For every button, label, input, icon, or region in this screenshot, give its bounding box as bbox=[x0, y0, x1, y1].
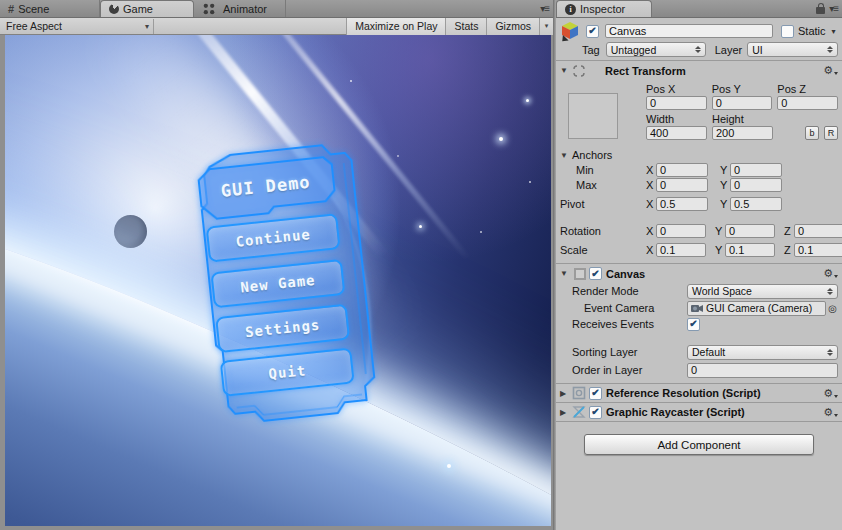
event-camera-label: Event Camera bbox=[560, 302, 687, 314]
gameobject-header-row: ✔ Canvas Static ▾ bbox=[556, 20, 842, 42]
rect-transform-header[interactable]: ▼ Rect Transform ⚙ bbox=[556, 61, 842, 80]
tab-animator-label: Animator bbox=[223, 3, 267, 15]
layer-value: UI bbox=[752, 44, 763, 56]
anchor-min-x-field[interactable]: 0 bbox=[656, 163, 708, 177]
pivot-x-field[interactable]: 0.5 bbox=[656, 197, 708, 211]
unity-editor-window: # Scene Game Animator ▾≡ Free Aspect bbox=[0, 0, 842, 530]
render-mode-dropdown[interactable]: World Space bbox=[687, 284, 838, 299]
tab-inspector[interactable]: i Inspector bbox=[556, 0, 652, 17]
event-camera-value: GUI Camera (Camera) bbox=[706, 302, 812, 314]
y-axis-label: Y bbox=[720, 198, 730, 210]
pivot-y-field[interactable]: 0.5 bbox=[730, 197, 782, 211]
layer-label: Layer bbox=[715, 44, 743, 56]
sorting-layer-dropdown[interactable]: Default bbox=[687, 345, 838, 360]
gear-menu-icon[interactable]: ⚙ bbox=[823, 268, 838, 279]
raw-edit-mode-button[interactable]: R bbox=[824, 126, 838, 140]
game-icon bbox=[109, 4, 119, 14]
gui-demo-menu: GUI Demo Continue New Game Settings Quit bbox=[171, 129, 396, 440]
rotation-z-field[interactable]: 0 bbox=[794, 224, 842, 238]
width-label: Width bbox=[646, 113, 707, 125]
tab-scene[interactable]: # Scene bbox=[0, 0, 100, 17]
height-field[interactable]: 200 bbox=[712, 126, 773, 140]
star bbox=[447, 464, 451, 468]
gear-menu-icon[interactable]: ⚙ bbox=[823, 388, 838, 399]
foldout-open-icon[interactable]: ▼ bbox=[560, 269, 572, 278]
reference-resolution-header[interactable]: ▶ ✔ Reference Resolution (Script) ⚙ bbox=[556, 384, 842, 402]
static-dropdown-caret-icon[interactable]: ▾ bbox=[832, 27, 836, 36]
scale-z-field[interactable]: 0.1 bbox=[794, 243, 842, 257]
z-axis-label: Z bbox=[784, 244, 794, 256]
gameobject-icon-button[interactable] bbox=[560, 20, 584, 42]
scale-x-field[interactable]: 0.1 bbox=[656, 243, 706, 257]
z-axis-label: Z bbox=[784, 225, 794, 237]
pos-y-field[interactable]: 0 bbox=[712, 96, 773, 110]
static-checkbox[interactable] bbox=[781, 25, 794, 38]
name-field[interactable]: Canvas bbox=[605, 24, 773, 38]
render-mode-value: World Space bbox=[692, 285, 752, 297]
anchors-foldout-row[interactable]: ▼ Anchors bbox=[556, 148, 842, 162]
add-component-button[interactable]: Add Component bbox=[584, 434, 814, 455]
blueprint-mode-button[interactable]: b bbox=[805, 126, 819, 140]
event-camera-object-field[interactable]: GUI Camera (Camera) bbox=[687, 301, 826, 316]
inspector-panel-menu-icon[interactable]: ▾≡ bbox=[829, 3, 838, 14]
anchor-preview-box[interactable] bbox=[568, 93, 618, 139]
object-picker-icon[interactable]: ◎ bbox=[827, 303, 838, 314]
anchor-max-x-field[interactable]: 0 bbox=[656, 178, 708, 192]
inspector-content: ✔ Canvas Static ▾ Tag Untagged Layer UI bbox=[556, 18, 842, 530]
active-checkbox[interactable]: ✔ bbox=[586, 25, 599, 38]
graphic-raycaster-icon bbox=[572, 405, 586, 419]
component-enabled-checkbox[interactable]: ✔ bbox=[589, 406, 602, 419]
gear-menu-icon[interactable]: ⚙ bbox=[823, 407, 838, 418]
rotation-row: Rotation X 0 Y 0 Z 0 bbox=[556, 223, 842, 238]
tab-animator[interactable]: Animator bbox=[194, 0, 286, 17]
rotation-x-field[interactable]: 0 bbox=[656, 224, 706, 238]
canvas-component-icon bbox=[574, 268, 586, 280]
foldout-open-icon[interactable]: ▼ bbox=[560, 66, 572, 75]
pos-x-field[interactable]: 0 bbox=[646, 96, 707, 110]
receives-events-row: Receives Events ✔ bbox=[556, 316, 842, 332]
lock-icon[interactable] bbox=[816, 7, 825, 14]
foldout-closed-icon[interactable]: ▶ bbox=[560, 408, 572, 417]
aspect-ratio-dropdown[interactable]: Free Aspect ▾ bbox=[2, 19, 154, 34]
width-field[interactable]: 400 bbox=[646, 126, 707, 140]
anchor-max-y-field[interactable]: 0 bbox=[730, 178, 782, 192]
gear-menu-icon[interactable]: ⚙ bbox=[823, 65, 838, 76]
rect-transform-anchor-icon bbox=[572, 64, 586, 78]
star bbox=[529, 181, 531, 183]
gizmos-button[interactable]: Gizmos bbox=[486, 18, 539, 35]
game-viewport[interactable]: GUI Demo Continue New Game Settings Quit bbox=[5, 35, 551, 526]
graphic-raycaster-header[interactable]: ▶ ✔ Graphic Raycaster (Script) ⚙ bbox=[556, 403, 842, 421]
canvas-component-header[interactable]: ▼ ✔ Canvas ⚙ bbox=[556, 264, 842, 283]
tag-dropdown[interactable]: Untagged bbox=[606, 42, 706, 57]
separator bbox=[556, 421, 842, 422]
scene-grid-icon: # bbox=[8, 3, 14, 15]
static-label: Static bbox=[798, 25, 826, 37]
canvas-enabled-checkbox[interactable]: ✔ bbox=[589, 267, 602, 280]
receives-events-checkbox[interactable]: ✔ bbox=[687, 318, 700, 331]
anchor-min-y-field[interactable]: 0 bbox=[730, 163, 782, 177]
component-enabled-checkbox[interactable]: ✔ bbox=[589, 387, 602, 400]
gizmos-dropdown-caret-icon[interactable]: ▾ bbox=[539, 18, 553, 35]
min-label: Min bbox=[560, 164, 646, 176]
aspect-dropdown-caret-icon: ▾ bbox=[145, 22, 149, 31]
scale-y-field[interactable]: 0.1 bbox=[725, 243, 775, 257]
foldout-closed-icon[interactable]: ▶ bbox=[560, 389, 572, 398]
rect-transform-title: Rect Transform bbox=[605, 65, 686, 77]
pos-z-field[interactable]: 0 bbox=[777, 96, 838, 110]
game-toolbar: Free Aspect ▾ Maximize on Play Stats Giz… bbox=[0, 18, 553, 35]
anchors-max-row: Max X 0 Y 0 bbox=[556, 177, 842, 192]
tab-game[interactable]: Game bbox=[100, 0, 194, 17]
order-in-layer-field[interactable]: 0 bbox=[687, 363, 838, 378]
tab-inspector-label: Inspector bbox=[580, 3, 625, 15]
foldout-open-icon[interactable]: ▼ bbox=[560, 151, 572, 160]
game-panel-menu-icon[interactable]: ▾≡ bbox=[540, 3, 549, 14]
pivot-row: Pivot X 0.5 Y 0.5 bbox=[556, 196, 842, 211]
star bbox=[526, 99, 529, 102]
stats-button[interactable]: Stats bbox=[445, 18, 486, 35]
render-mode-label: Render Mode bbox=[560, 285, 687, 297]
layer-dropdown[interactable]: UI bbox=[747, 42, 838, 57]
rotation-y-field[interactable]: 0 bbox=[725, 224, 775, 238]
maximize-on-play-button[interactable]: Maximize on Play bbox=[346, 18, 445, 35]
height-label: Height bbox=[712, 113, 744, 125]
reference-resolution-title: Reference Resolution (Script) bbox=[606, 387, 761, 399]
